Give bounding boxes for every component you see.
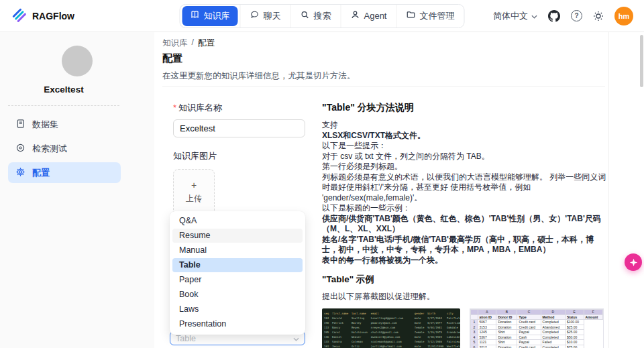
upload-label: 上传 — [186, 193, 202, 205]
required-mark: * — [173, 103, 176, 113]
example-title: "Table" 示例 — [322, 274, 609, 286]
sparkle-icon — [629, 258, 638, 267]
chunk-method-help: "Table" 分块方法说明 支持 XLSX和CSV/TXT格式文件。 以下是一… — [322, 102, 609, 348]
nav-tab-search[interactable]: 搜索 — [290, 5, 341, 27]
dropdown-option-presentation[interactable]: Presentation — [172, 317, 303, 331]
scrollbar-thumb[interactable] — [640, 35, 643, 87]
sheet-corner-cell — [471, 310, 478, 315]
breadcrumb-parent[interactable]: 知识库 — [162, 38, 188, 49]
help-line: 表中的每一行都将被视为一个块。 — [322, 255, 609, 266]
nav-tab-file-management[interactable]: 文件管理 — [396, 5, 464, 27]
chat-bubble-icon — [250, 10, 260, 21]
sidebar-item-retrieval-test[interactable]: 检索测试 — [8, 138, 121, 159]
chunk-method-select-value: Table — [176, 334, 196, 343]
nav-tab-chat[interactable]: 聊天 — [240, 5, 290, 27]
help-line: 第一行必须是列标题。 — [322, 162, 609, 172]
content-right-rule — [608, 32, 609, 348]
notebook-icon — [15, 119, 25, 131]
kb-name: Exceltest — [0, 84, 127, 95]
language-selector[interactable]: 简体中文 — [493, 10, 537, 22]
github-icon — [548, 10, 560, 22]
help-line: XLSX和CSV/TXT格式文件。 — [322, 131, 609, 141]
help-line: 列标题必须是有意义的术语，以便我们的大语言模型能够理解。 列举一些同义词时最好使… — [322, 172, 609, 204]
help-line: 对于 csv 或 txt 文件，列之间的分隔符为 TAB。 — [322, 152, 609, 162]
help-line: 供应商/供货商'TAB'颜色（黄色、红色、棕色）'TAB'性别（男、女）'TAB… — [322, 214, 609, 235]
topbar-right-cluster: 简体中文 ? hm — [493, 7, 633, 25]
ragflow-logo-icon — [11, 7, 27, 25]
sheet-header-row: ation ID Donor ID Type Method Status Amo… — [471, 314, 603, 320]
example-caption: 提出以下屏幕截图以促进理解。 — [322, 291, 609, 302]
dropdown-option-resume[interactable]: Resume — [172, 229, 303, 243]
dropdown-option-manual[interactable]: Manual — [172, 243, 303, 257]
dropdown-option-book[interactable]: Book — [172, 288, 303, 302]
book-icon — [191, 10, 200, 21]
help-line: 支持 — [322, 120, 609, 131]
plus-icon: + — [191, 180, 197, 190]
breadcrumb-separator: / — [192, 38, 194, 49]
kb-name-input[interactable] — [173, 119, 305, 137]
chevron-down-icon — [293, 334, 299, 343]
sidebar-item-configuration[interactable]: 配置 — [8, 162, 121, 183]
kb-image-label: 知识库图片 — [173, 150, 305, 162]
terminal-screenshot: seq first_name last_name email gender bi… — [322, 308, 460, 348]
page-title: 配置 — [162, 52, 182, 65]
agent-person-icon — [351, 10, 360, 21]
brand[interactable]: RAGFlow — [11, 7, 74, 25]
example-screenshots: seq first_name last_name email gender bi… — [322, 308, 609, 348]
target-icon — [15, 143, 25, 155]
dropdown-option-table[interactable]: Table — [172, 258, 303, 272]
help-line: 姓名/名字'TAB'电话/手机/微信'TAB'最高学历（高中，职高，硕士，本科，… — [322, 235, 609, 255]
kb-sidebar: Exceltest 数据集 检索测试 — [0, 32, 154, 348]
theme-toggle-button[interactable] — [593, 11, 604, 21]
image-upload-dropzone[interactable]: + 上传 — [173, 169, 215, 216]
breadcrumb: 知识库 / 配置 — [162, 38, 215, 49]
sheet-letter-row: A B C D E F — [471, 310, 603, 315]
nav-tab-knowledge-base[interactable]: 知识库 — [182, 6, 238, 26]
page-content: Exceltest 数据集 检索测试 — [0, 32, 644, 348]
breadcrumb-current: 配置 — [198, 38, 215, 49]
dropdown-option-qa[interactable]: Q&A — [172, 214, 303, 228]
kb-name-label: *知识库名称 — [173, 102, 305, 114]
top-navbar: RAGFlow 知识库 聊天 — [0, 0, 644, 32]
chevron-down-icon — [531, 11, 537, 21]
dropdown-option-paper[interactable]: Paper — [172, 273, 303, 287]
gear-icon — [15, 167, 25, 179]
assistant-fab[interactable] — [625, 253, 642, 271]
sidebar-item-dataset[interactable]: 数据集 — [8, 114, 121, 135]
sheet-body: 15067DonationCredit cardCompleted$100.00… — [471, 320, 603, 348]
help-line: 以下是标题的一些示例： — [322, 203, 609, 214]
main-nav: 知识库 聊天 搜索 Agent — [180, 4, 465, 28]
sidebar-divider — [8, 105, 119, 106]
chunk-method-dropdown: Q&A Resume Manual Table Paper Book Laws … — [170, 211, 305, 335]
folder-icon — [406, 10, 415, 21]
kb-avatar — [62, 46, 93, 76]
brand-name: RAGFlow — [32, 11, 74, 21]
question-mark-icon: ? — [571, 10, 582, 21]
github-button[interactable] — [548, 10, 560, 22]
kb-settings-form: *知识库名称 知识库图片 + 上传 — [173, 102, 305, 216]
sidebar-menu: 数据集 检索测试 配置 — [0, 114, 154, 183]
help-button[interactable]: ? — [571, 10, 582, 21]
user-avatar[interactable]: hm — [614, 7, 633, 25]
help-line: 以下是一些提示： — [322, 141, 609, 152]
header-divider — [162, 86, 605, 87]
configuration-panel: 知识库 / 配置 配置 在这里更新您的知识库详细信息，尤其是切片方法。 *知识库… — [154, 32, 644, 348]
spreadsheet-screenshot: A B C D E F ation ID Donor ID — [470, 308, 604, 348]
help-title: "Table" 分块方法说明 — [322, 102, 609, 114]
sun-icon — [593, 11, 604, 21]
dropdown-option-laws[interactable]: Laws — [172, 302, 303, 316]
page-subtitle: 在这里更新您的知识库详细信息，尤其是切片方法。 — [162, 70, 356, 82]
search-icon — [301, 10, 310, 21]
nav-tab-agent[interactable]: Agent — [341, 5, 396, 27]
